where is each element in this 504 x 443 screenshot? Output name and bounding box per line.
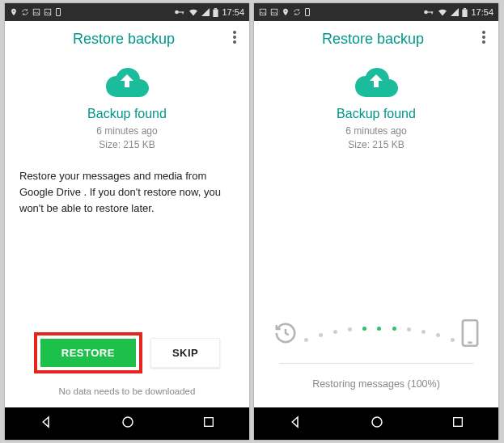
content-area: Backup found 6 minutes ago Size: 215 KB … — [254, 57, 498, 407]
progress-dots — [298, 323, 461, 347]
nav-bar — [5, 407, 249, 440]
backup-found-heading: Backup found — [87, 107, 167, 121]
restore-highlight-box: RESTORE — [34, 332, 142, 373]
sync-icon — [293, 8, 301, 16]
svg-rect-2 — [57, 9, 61, 16]
phone-right: 17:54 Restore backup Backup found 6 minu… — [254, 3, 498, 440]
location-icon — [282, 8, 290, 16]
device-icon — [304, 8, 311, 16]
svg-rect-27 — [454, 418, 463, 427]
svg-point-10 — [233, 40, 236, 44]
nav-home-icon[interactable] — [121, 415, 135, 432]
button-row: RESTORE SKIP — [19, 332, 235, 382]
svg-rect-18 — [432, 11, 433, 14]
signal-icon — [201, 8, 210, 16]
signal-icon — [451, 8, 459, 16]
svg-point-11 — [123, 417, 133, 427]
vpn-key-icon — [423, 8, 434, 16]
backup-meta: 6 minutes ago Size: 215 KB — [96, 124, 157, 152]
nav-recent-icon[interactable] — [202, 416, 215, 432]
backup-found-heading: Backup found — [337, 107, 416, 121]
svg-rect-14 — [271, 9, 277, 15]
app-bar: Restore backup — [5, 21, 249, 57]
status-time: 17:54 — [222, 7, 244, 17]
svg-rect-12 — [205, 418, 214, 427]
image-icon-2 — [270, 8, 278, 16]
history-clock-icon — [273, 321, 298, 348]
svg-point-16 — [425, 11, 429, 15]
svg-rect-5 — [183, 11, 184, 14]
nav-back-icon[interactable] — [39, 415, 53, 432]
skip-button[interactable]: SKIP — [150, 338, 220, 368]
svg-point-8 — [233, 31, 236, 34]
backup-meta: 6 minutes ago Size: 215 KB — [345, 124, 406, 152]
phone-device-icon — [461, 319, 479, 350]
nav-recent-icon[interactable] — [451, 416, 464, 432]
restore-button[interactable]: RESTORE — [40, 339, 136, 367]
svg-rect-15 — [306, 9, 310, 16]
svg-point-3 — [176, 11, 180, 15]
footnote-text: No data needs to be downloaded — [59, 382, 196, 407]
app-bar-title: Restore backup — [269, 31, 477, 48]
image-icon — [259, 8, 267, 16]
svg-point-26 — [372, 417, 382, 427]
app-bar-title: Restore backup — [19, 31, 228, 48]
wifi-icon — [438, 8, 447, 16]
vpn-key-icon — [174, 8, 185, 16]
svg-point-22 — [482, 36, 485, 39]
cloud-upload-icon — [354, 66, 399, 102]
backup-time: 6 minutes ago — [96, 124, 157, 138]
overflow-menu-icon[interactable] — [477, 26, 490, 53]
backup-size: Size: 215 KB — [96, 138, 157, 152]
svg-point-21 — [482, 31, 485, 34]
backup-time: 6 minutes ago — [345, 124, 406, 138]
backup-size: Size: 215 KB — [345, 138, 406, 152]
restore-description: Restore your messages and media from Goo… — [19, 168, 235, 217]
restore-progress-illustration — [269, 319, 484, 357]
svg-rect-0 — [33, 9, 40, 15]
content-area: Backup found 6 minutes ago Size: 215 KB … — [5, 57, 249, 407]
location-icon — [10, 8, 18, 16]
app-bar: Restore backup — [254, 21, 498, 57]
overflow-menu-icon[interactable] — [228, 26, 241, 53]
svg-rect-7 — [214, 8, 217, 10]
svg-rect-19 — [463, 9, 468, 16]
sync-icon — [21, 8, 29, 16]
battery-icon — [213, 8, 218, 17]
battery-icon — [462, 8, 468, 17]
cloud-upload-icon — [104, 66, 150, 102]
image-icon — [32, 8, 40, 16]
status-time: 17:54 — [471, 7, 493, 17]
svg-rect-1 — [44, 9, 51, 15]
svg-point-23 — [482, 40, 485, 44]
svg-point-9 — [233, 36, 236, 39]
device-icon — [55, 8, 61, 16]
phone-left: 17:54 Restore backup Backup found 6 minu… — [5, 3, 249, 440]
status-bar: 17:54 — [254, 3, 498, 21]
status-bar: 17:54 — [5, 3, 249, 21]
wifi-icon — [188, 8, 198, 16]
svg-rect-13 — [260, 9, 266, 15]
nav-bar — [254, 407, 498, 440]
restore-status-text: Restoring messages (100%) — [312, 364, 440, 407]
nav-home-icon[interactable] — [370, 415, 384, 432]
svg-rect-6 — [214, 9, 218, 16]
nav-back-icon[interactable] — [288, 415, 303, 432]
svg-rect-20 — [464, 8, 466, 10]
image-icon-2 — [44, 8, 52, 16]
